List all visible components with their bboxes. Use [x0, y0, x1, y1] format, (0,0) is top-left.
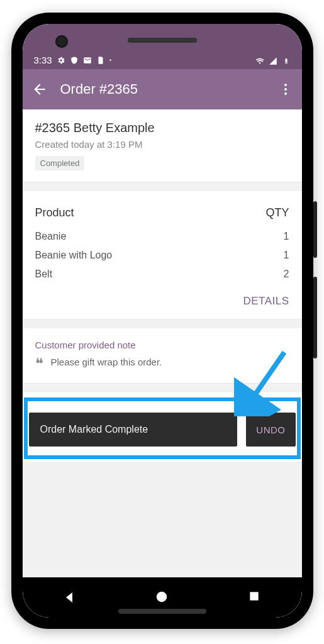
product-name: Beanie — [35, 231, 67, 242]
battery-icon — [282, 57, 291, 65]
note-body: Please gift wrap this order. — [51, 357, 162, 367]
quote-icon: ❝ — [35, 357, 43, 372]
svg-rect-2 — [250, 592, 258, 600]
app-bar: Order #2365 — [23, 69, 302, 109]
product-qty: 1 — [284, 250, 289, 261]
phone-frame: 3:33 • — [11, 13, 313, 629]
details-button[interactable]: DETAILS — [243, 295, 289, 307]
shield-icon — [70, 56, 79, 65]
product-qty: 2 — [284, 269, 289, 280]
signal-icon — [269, 57, 277, 65]
product-row: Beanie with Logo 1 — [35, 246, 289, 265]
product-qty: 1 — [284, 231, 289, 242]
status-time: 3:33 — [34, 55, 52, 65]
nav-back-icon[interactable] — [62, 590, 77, 605]
note-card: Customer provided note ❝ Please gift wra… — [23, 328, 302, 384]
back-button[interactable] — [31, 81, 48, 97]
side-button-2 — [313, 277, 317, 358]
status-dot: • — [109, 57, 112, 64]
status-badge: Completed — [35, 156, 85, 170]
wifi-icon — [255, 57, 264, 65]
content-area: #2365 Betty Example Created today at 3:1… — [23, 109, 302, 577]
nav-home-icon[interactable] — [155, 590, 170, 605]
note-header: Customer provided note — [35, 340, 289, 350]
products-header-product: Product — [35, 206, 74, 219]
page-title: Order #2365 — [60, 81, 265, 97]
camera-dot — [55, 35, 68, 48]
settings-icon — [57, 56, 65, 65]
products-card: Product QTY Beanie 1 Beanie with Logo 1 … — [23, 191, 302, 319]
svg-point-1 — [156, 592, 167, 602]
speaker-slot-bottom — [118, 609, 206, 614]
order-summary-card: #2365 Betty Example Created today at 3:1… — [23, 109, 302, 182]
side-button-1 — [313, 201, 317, 258]
product-row: Beanie 1 — [35, 227, 289, 246]
order-created: Created today at 3:19 PM — [35, 139, 289, 150]
undo-button[interactable]: UNDO — [246, 413, 295, 447]
products-header-qty: QTY — [265, 206, 289, 219]
snackbar-message: Order Marked Complete — [29, 413, 238, 447]
overflow-menu-icon[interactable] — [278, 82, 293, 97]
mail-icon — [83, 56, 92, 65]
nav-recent-icon[interactable] — [248, 590, 263, 605]
product-name: Belt — [35, 269, 53, 280]
speaker-slot — [128, 38, 197, 43]
document-icon — [96, 56, 105, 65]
snackbar-zone: Order Marked Complete UNDO — [23, 392, 302, 462]
product-row: Belt 2 — [35, 265, 289, 284]
product-name: Beanie with Logo — [35, 250, 113, 261]
order-title: #2365 Betty Example — [35, 121, 289, 135]
